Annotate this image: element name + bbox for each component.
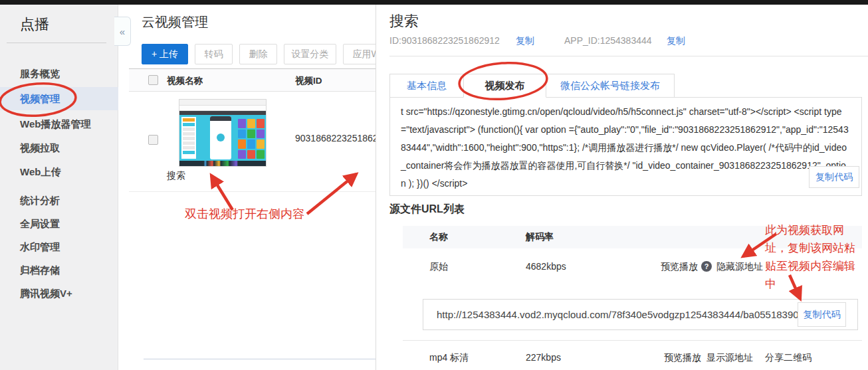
table-bottom-divider — [144, 359, 376, 359]
delete-button[interactable]: 删除 — [239, 44, 277, 64]
page-title: 云视频管理 — [142, 13, 208, 31]
apply-button-clipped[interactable]: 应用W — [343, 44, 376, 64]
show-source-url-link[interactable]: 显示源地址 — [706, 352, 753, 364]
sidebar: 点播 服务概览 视频管理 Web播放器管理 视频拉取 Web上传 统计分析 全局… — [0, 5, 118, 370]
sidebar-item-web-player[interactable]: Web播放器管理 — [0, 112, 118, 136]
thumb-dock — [179, 161, 266, 166]
column-video-id: 视频ID — [295, 75, 322, 87]
tab-wechat-link-publish[interactable]: 微信公众帐号链接发布 — [546, 74, 675, 98]
copy-code-button[interactable]: 复制代码 — [809, 166, 859, 188]
embed-code-block: t src="https://qzonestyle.gtimg.cn/open/… — [389, 97, 862, 196]
sidebar-title: 点播 — [20, 15, 49, 35]
source-row2-bitrate: 227kbps — [526, 352, 561, 363]
copy-url-button[interactable]: 复制代码 — [798, 302, 846, 327]
tab-basic-info[interactable]: 基本信息 — [389, 74, 464, 98]
detail-title: 搜索 — [389, 11, 419, 31]
sidebar-item-service-overview[interactable]: 服务概览 — [0, 62, 118, 85]
video-id-value: 9031868223251862912 — [295, 133, 376, 143]
copy-id-link[interactable]: 复制 — [516, 35, 534, 47]
video-name-label[interactable]: 搜索 — [167, 170, 185, 182]
preview-play-link[interactable]: 预览播放 — [664, 352, 701, 364]
source-url-heading: 源文件URL列表 — [389, 203, 465, 217]
source-row-divider — [403, 340, 862, 341]
set-category-button[interactable]: 设置分类 — [284, 44, 336, 64]
video-list-panel: 云视频管理 + 上传 转码 删除 设置分类 应用W 视频名称 视频ID — [119, 5, 376, 370]
share-qrcode-link[interactable]: 分享二维码 — [765, 352, 812, 364]
select-all-checkbox[interactable] — [148, 75, 158, 85]
column-bitrate: 解码率 — [526, 231, 554, 243]
upload-button[interactable]: + 上传 — [142, 44, 188, 64]
thumb-icon-grid — [238, 119, 265, 159]
copy-app-id-link[interactable]: 复制 — [667, 35, 685, 47]
column-name: 名称 — [429, 231, 448, 243]
sidebar-item-global-settings[interactable]: 全局设置 — [0, 212, 118, 235]
row-checkbox[interactable] — [148, 135, 158, 145]
row-divider — [129, 191, 376, 192]
transcode-button[interactable]: 转码 — [195, 44, 233, 64]
sidebar-item-web-upload[interactable]: Web上传 — [0, 160, 118, 183]
sidebar-item-video-management[interactable]: 视频管理 — [0, 87, 118, 110]
preview-play-disabled-link[interactable]: 预览播放 — [661, 261, 698, 273]
sidebar-collapse-button[interactable]: « — [114, 17, 131, 46]
annotation-double-click: 双击视频打开右侧内容 — [185, 206, 304, 222]
column-video-name: 视频名称 — [167, 75, 203, 87]
source-url-value[interactable]: http://1254383444.vod2.myqcloud.com/78f3… — [423, 299, 858, 330]
sidebar-item-video-pull[interactable]: 视频拉取 — [0, 136, 118, 159]
source-row1-name: 原始 — [429, 261, 448, 273]
app-id-value: APP_ID:1254383444 — [564, 35, 652, 46]
video-detail-panel: 搜索 ID:9031868223251862912 复制 APP_ID:1254… — [376, 5, 868, 370]
video-thumbnail[interactable] — [179, 99, 267, 167]
tab-video-publish[interactable]: 视频发布 — [463, 74, 546, 98]
collapse-chevron-icon: « — [120, 26, 125, 37]
browser-top-strip — [0, 0, 868, 5]
video-table-header: 视频名称 视频ID — [129, 68, 376, 92]
sidebar-divider — [7, 43, 106, 43]
file-id-value: ID:9031868223251862912 — [389, 35, 500, 46]
header-divider — [389, 56, 868, 56]
app-window: 点播 服务概览 视频管理 Web播放器管理 视频拉取 Web上传 统计分析 全局… — [0, 0, 868, 370]
sidebar-item-watermark[interactable]: 水印管理 — [0, 235, 118, 258]
sidebar-item-archive-storage[interactable]: 归档存储 — [0, 258, 118, 282]
source-row2-name: mp4 标清 — [429, 352, 469, 364]
sidebar-item-tencent-video-vplus[interactable]: 腾讯视频V+ — [0, 282, 118, 305]
sidebar-item-statistics[interactable]: 统计分析 — [0, 189, 118, 212]
annotation-video-url: 此为视频获取网址，复制该网站粘贴至视频内容编辑中 — [765, 221, 865, 293]
help-icon[interactable]: ? — [701, 261, 712, 272]
thumb-phone-mockup — [210, 116, 231, 159]
source-row1-bitrate: 4682kbps — [526, 261, 566, 272]
hide-source-url-link[interactable]: 隐藏源地址 — [716, 261, 763, 273]
thumb-browser-chrome — [179, 100, 266, 106]
